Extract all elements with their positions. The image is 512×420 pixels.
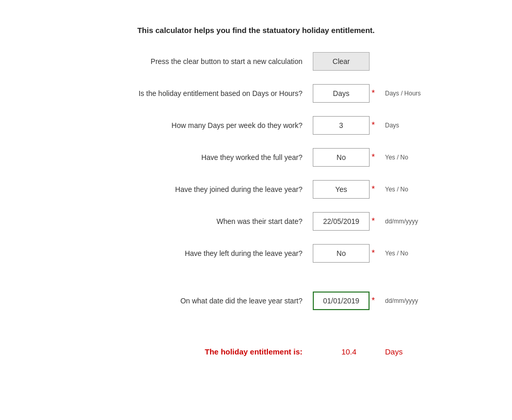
leave-year-start-row: On what date did the leave year start? *…: [44, 289, 468, 312]
days-hours-input-cell: *: [313, 84, 380, 103]
start-date-input-cell: *: [313, 212, 380, 231]
start-date-row: When was their start date? * dd/mm/yyyy: [44, 210, 468, 233]
clear-row: Press the clear button to start a new ca…: [44, 50, 468, 73]
calculator: This calculator helps you find the statu…: [24, 10, 488, 371]
full-year-input-cell: *: [313, 148, 380, 167]
joined-row: Have they joined during the leave year? …: [44, 178, 468, 201]
start-date-asterisk: *: [372, 217, 379, 226]
spacer: [44, 274, 468, 289]
left-year-label: Have they left during the leave year?: [44, 249, 313, 257]
leave-year-start-asterisk: *: [372, 296, 379, 305]
start-date-input[interactable]: [313, 212, 370, 231]
joined-asterisk: *: [372, 185, 379, 194]
start-date-hint: dd/mm/yyyy: [385, 218, 418, 225]
full-year-asterisk: *: [372, 153, 379, 162]
days-per-week-hint: Days: [385, 122, 399, 129]
result-label: The holiday entitlement is:: [44, 347, 313, 356]
days-per-week-row: How many Days per week do they work? * D…: [44, 114, 468, 137]
spacer2: [44, 321, 468, 337]
full-year-hint: Yes / No: [385, 154, 408, 161]
days-per-week-input-cell: *: [313, 116, 380, 135]
left-year-input-cell: *: [313, 244, 380, 263]
full-year-input[interactable]: [313, 148, 370, 167]
clear-button[interactable]: Clear: [313, 52, 370, 71]
left-year-hint: Yes / No: [385, 250, 408, 257]
joined-label: Have they joined during the leave year?: [44, 185, 313, 193]
days-hours-row: Is the holiday entitlement based on Days…: [44, 82, 468, 105]
leave-year-start-hint: dd/mm/yyyy: [385, 297, 418, 304]
joined-hint: Yes / No: [385, 186, 408, 193]
left-year-asterisk: *: [372, 249, 379, 258]
clear-label: Press the clear button to start a new ca…: [44, 57, 313, 66]
page-title: This calculator helps you find the statu…: [44, 26, 468, 35]
days-hours-input[interactable]: [313, 84, 370, 103]
left-year-row: Have they left during the leave year? * …: [44, 242, 468, 265]
joined-input-cell: *: [313, 180, 380, 199]
days-hours-hint: Days / Hours: [385, 90, 421, 97]
days-hours-asterisk: *: [372, 89, 379, 98]
result-value: 10.4: [313, 347, 380, 356]
joined-input[interactable]: [313, 180, 370, 199]
left-year-input[interactable]: [313, 244, 370, 263]
leave-year-start-input-cell: *: [313, 292, 380, 310]
result-unit: Days: [385, 347, 403, 356]
days-hours-label: Is the holiday entitlement based on Days…: [44, 89, 313, 98]
full-year-label: Have they worked the full year?: [44, 153, 313, 161]
start-date-label: When was their start date?: [44, 217, 313, 225]
clear-input-cell: Clear: [313, 52, 380, 71]
days-per-week-label: How many Days per week do they work?: [44, 121, 313, 130]
leave-year-start-label: On what date did the leave year start?: [44, 297, 313, 305]
full-year-row: Have they worked the full year? * Yes / …: [44, 146, 468, 169]
days-per-week-input[interactable]: [313, 116, 370, 135]
leave-year-start-input[interactable]: [313, 292, 370, 310]
result-row: The holiday entitlement is: 10.4 Days: [44, 347, 468, 356]
days-per-week-asterisk: *: [372, 121, 379, 130]
